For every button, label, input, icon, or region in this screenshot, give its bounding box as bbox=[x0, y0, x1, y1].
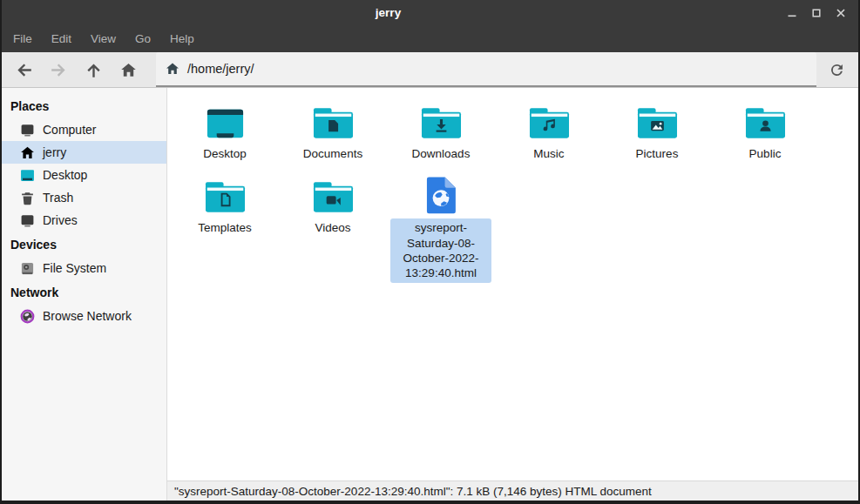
back-button[interactable] bbox=[8, 55, 39, 84]
file-item-desktop[interactable]: Desktop bbox=[171, 96, 279, 164]
file-label: Public bbox=[744, 144, 787, 164]
main-panel: Desktop Documents Downloads Music Pictur… bbox=[167, 88, 858, 501]
file-label: Videos bbox=[309, 218, 356, 238]
drive-icon bbox=[20, 213, 35, 228]
arrow-up-icon bbox=[85, 62, 102, 78]
file-label: Downloads bbox=[407, 144, 476, 164]
file-item-documents[interactable]: Documents bbox=[279, 96, 387, 164]
sidebar-item-label: Computer bbox=[43, 123, 96, 137]
sidebar-item-label: Trash bbox=[43, 191, 73, 205]
arrow-left-icon bbox=[16, 62, 32, 78]
sidebar-item-file-system[interactable]: File System bbox=[2, 257, 166, 279]
file-label: Music bbox=[528, 144, 569, 164]
file-label: Desktop bbox=[198, 144, 252, 164]
file-item-templates[interactable]: Templates bbox=[171, 170, 279, 283]
statusbar-text: "sysreport-Saturday-08-October-2022-13:2… bbox=[174, 485, 652, 498]
sidebar-item-trash[interactable]: Trash bbox=[2, 186, 166, 209]
file-label: Templates bbox=[193, 218, 257, 238]
sidebar-item-drives[interactable]: Drives bbox=[2, 209, 166, 232]
network-globe-icon bbox=[20, 309, 35, 324]
folder-documents-icon bbox=[313, 96, 354, 141]
file-label: Documents bbox=[298, 144, 368, 164]
trash-icon bbox=[20, 191, 35, 205]
html-file-icon bbox=[425, 170, 457, 215]
menubar: FileEditViewGoHelp bbox=[2, 26, 858, 52]
arrow-right-icon bbox=[51, 62, 67, 78]
menu-item-view[interactable]: View bbox=[81, 26, 125, 52]
sidebar: Places Computer jerry Desktop Trash Driv… bbox=[2, 88, 167, 501]
sidebar-item-desktop[interactable]: Desktop bbox=[2, 164, 166, 186]
computer-icon bbox=[20, 123, 35, 138]
close-button[interactable] bbox=[829, 2, 853, 24]
file-item-downloads[interactable]: Downloads bbox=[387, 96, 495, 164]
window-title: jerry bbox=[2, 0, 775, 26]
home-icon bbox=[120, 62, 137, 78]
sidebar-item-label: Desktop bbox=[43, 168, 87, 182]
folder-templates-icon bbox=[205, 170, 246, 215]
up-button[interactable] bbox=[78, 55, 109, 84]
file-grid: Desktop Documents Downloads Music Pictur… bbox=[167, 88, 858, 480]
menu-item-help[interactable]: Help bbox=[160, 26, 204, 52]
sidebar-section-network: Network bbox=[2, 279, 166, 305]
sidebar-item-computer[interactable]: Computer bbox=[2, 118, 166, 141]
maximize-icon bbox=[809, 6, 823, 20]
sidebar-section-devices: Devices bbox=[2, 232, 166, 257]
folder-music-icon bbox=[529, 96, 570, 141]
file-item-sysreport-saturday-08-october-2022-13-29[interactable]: sysreport-Saturday-08-October-2022-13:29… bbox=[387, 170, 495, 283]
window-body: Places Computer jerry Desktop Trash Driv… bbox=[2, 88, 858, 501]
folder-videos-icon bbox=[313, 170, 354, 215]
folder-downloads-icon bbox=[421, 96, 462, 141]
titlebar: jerry bbox=[2, 0, 858, 26]
current-path: /home/jerry/ bbox=[187, 62, 254, 76]
desktop-screen-icon bbox=[20, 168, 35, 183]
sidebar-item-label: File System bbox=[43, 261, 106, 275]
file-item-pictures[interactable]: Pictures bbox=[603, 96, 711, 164]
statusbar: "sysreport-Saturday-08-October-2022-13:2… bbox=[167, 480, 858, 501]
maximize-button[interactable] bbox=[804, 2, 829, 24]
file-label: sysreport-Saturday-08-October-2022-13:29… bbox=[390, 218, 491, 283]
close-icon bbox=[834, 6, 848, 20]
home-icon bbox=[166, 62, 179, 76]
home-button[interactable] bbox=[112, 55, 144, 84]
file-item-videos[interactable]: Videos bbox=[279, 170, 387, 283]
home-icon bbox=[20, 145, 35, 160]
window-controls bbox=[780, 0, 853, 26]
file-manager-window: jerry FileEditViewGoHelp /home/jerry/ Pl… bbox=[0, 0, 860, 504]
folder-desktop-icon bbox=[205, 96, 246, 141]
menu-item-file[interactable]: File bbox=[3, 26, 42, 52]
sidebar-item-label: jerry bbox=[43, 145, 66, 159]
sidebar-item-label: Browse Network bbox=[43, 309, 132, 323]
file-label: Pictures bbox=[631, 144, 684, 164]
file-item-public[interactable]: Public bbox=[711, 96, 819, 164]
minimize-icon bbox=[785, 6, 799, 20]
reload-icon bbox=[829, 62, 845, 78]
sidebar-item-label: Drives bbox=[43, 213, 78, 227]
menu-item-go[interactable]: Go bbox=[125, 26, 160, 52]
menu-item-edit[interactable]: Edit bbox=[42, 26, 81, 52]
filesystem-disk-icon bbox=[20, 261, 35, 276]
file-item-music[interactable]: Music bbox=[495, 96, 603, 164]
folder-public-icon bbox=[745, 96, 786, 141]
sidebar-item-jerry[interactable]: jerry bbox=[2, 141, 166, 164]
forward-button[interactable] bbox=[43, 55, 74, 84]
sidebar-section-places: Places bbox=[2, 93, 166, 118]
path-bar[interactable]: /home/jerry/ bbox=[156, 52, 816, 87]
sidebar-item-browse-network[interactable]: Browse Network bbox=[2, 305, 166, 327]
reload-button[interactable] bbox=[822, 55, 851, 84]
toolbar: /home/jerry/ bbox=[2, 52, 858, 88]
folder-pictures-icon bbox=[637, 96, 678, 141]
minimize-button[interactable] bbox=[780, 2, 804, 24]
